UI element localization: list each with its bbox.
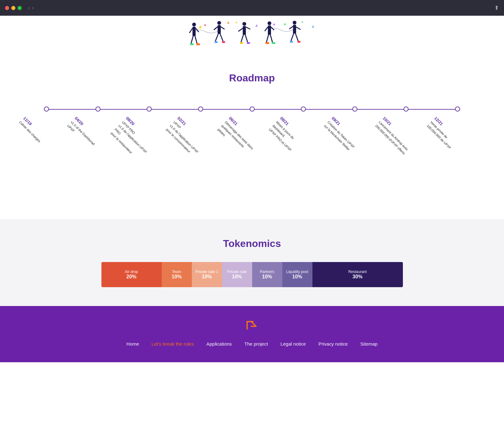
svg-line-11 [221, 27, 225, 29]
tokenomics-section: Tokenomics Air drop 20% Team 10% Private… [0, 219, 504, 306]
segment-pct: 20% [126, 274, 136, 280]
segment-pct: 10% [262, 274, 272, 280]
node-dot [455, 107, 460, 112]
segment-pct: 10% [171, 274, 182, 280]
node-label: 11/19 Cahier des charges [18, 115, 55, 152]
svg-marker-44 [312, 25, 314, 28]
svg-point-32 [293, 21, 296, 25]
node-desc: UPXP PRO v1.0 de l'application UPXP PRO … [110, 120, 148, 154]
close-button[interactable] [5, 6, 9, 10]
maximize-button[interactable] [18, 6, 22, 10]
svg-line-10 [214, 27, 218, 30]
forward-button[interactable]: › [32, 5, 34, 11]
footer: HomeLet's break the rulesApplicationsThe… [0, 306, 504, 362]
svg-line-29 [270, 35, 273, 43]
share-button[interactable]: ⬆ [494, 4, 499, 11]
browser-chrome: ‹ › ⬆ [0, 0, 504, 16]
segment-name: Private sale [227, 270, 247, 274]
token-bar: Air drop 20% Team 10% Private sale 1 10%… [101, 262, 403, 287]
node-dot [44, 107, 49, 112]
token-segment: Private sale 10% [222, 262, 252, 287]
svg-line-13 [220, 34, 223, 42]
svg-rect-9 [218, 25, 221, 34]
timeline-node: 08/21 Mises à jours du dashboard, UPXP P… [301, 100, 306, 112]
footer-nav-link[interactable]: Home [127, 341, 139, 347]
node-label: 10/21 Lancement du Airdrop avec 200.000.… [374, 115, 415, 156]
timeline-node: 10/21 Lancement du Airdrop avec 200.000.… [404, 100, 409, 112]
timeline-node: 12/21 Vente privée de 100.000.000 de UPX… [455, 100, 460, 112]
svg-line-12 [215, 34, 218, 42]
token-segment: Private sale 1 10% [192, 262, 222, 287]
node-date: 10/21 [382, 115, 415, 149]
svg-line-2 [189, 28, 192, 33]
timeline: 11/19 Cahier des charges 04/20 v1.0 of t… [25, 100, 479, 200]
hero-illustration [0, 16, 504, 60]
svg-rect-14 [214, 41, 218, 43]
svg-rect-38 [290, 41, 293, 43]
footer-nav-link[interactable]: Privacy notice [318, 341, 348, 347]
node-date: 12/21 [433, 115, 466, 149]
roadmap-section: Roadmap 11/19 Cahier des charges 04/20 v… [0, 60, 504, 219]
footer-navigation: HomeLet's break the rulesApplicationsThe… [127, 341, 378, 347]
svg-rect-23 [247, 42, 250, 44]
svg-marker-40 [199, 25, 202, 28]
node-date: 11/19 [22, 115, 55, 149]
node-dot [95, 107, 100, 112]
segment-name: Partners [260, 270, 274, 274]
segment-pct: 10% [292, 274, 302, 280]
node-label: 09/21 Création du Token UPXP sur la bloc… [322, 115, 363, 156]
footer-nav-link[interactable]: Let's break the rules [152, 341, 194, 347]
svg-line-26 [265, 27, 268, 31]
svg-marker-43 [284, 23, 286, 25]
svg-rect-33 [293, 25, 296, 34]
svg-point-48 [301, 21, 303, 23]
segment-name: Team [172, 270, 181, 274]
segment-pct: 30% [352, 274, 362, 280]
svg-line-19 [246, 27, 250, 29]
back-button[interactable]: ‹ [28, 5, 30, 11]
svg-line-28 [266, 35, 268, 43]
segment-name: Restaurant [348, 270, 367, 274]
timeline-node: 08/20 UPXP PRO v1.0 de l'application UPX… [147, 100, 152, 112]
svg-rect-15 [222, 41, 225, 43]
node-dot [147, 107, 152, 112]
footer-nav-link[interactable]: Legal notice [280, 341, 306, 347]
segment-pct: 10% [232, 274, 242, 280]
token-segment: Restaurant 30% [312, 262, 403, 287]
minimize-button[interactable] [11, 6, 15, 10]
dancer-svg [174, 19, 331, 57]
svg-line-35 [296, 27, 301, 30]
token-segment: Air drop 20% [101, 262, 162, 287]
footer-logo [245, 319, 260, 332]
node-label: 08/21 Mises à jours du dashboard, UPXP P… [268, 115, 312, 160]
svg-rect-39 [297, 41, 301, 43]
token-segment: Liquidity pool 10% [282, 262, 312, 287]
page-content: Roadmap 11/19 Cahier des charges 04/20 v… [0, 16, 504, 362]
timeline-node: 09/21 Création du Token UPXP sur la bloc… [352, 100, 357, 112]
node-label: 02/21 UPXP v1.0 de l'application UPXP po… [165, 115, 209, 160]
svg-marker-42 [255, 24, 258, 27]
svg-point-46 [236, 22, 237, 24]
timeline-node: 11/19 Cahier des charges [44, 100, 49, 112]
segment-name: Liquidity pool [286, 270, 308, 274]
footer-nav-link[interactable]: The project [244, 341, 268, 347]
svg-point-8 [217, 21, 221, 25]
svg-line-5 [195, 36, 197, 44]
timeline-node: 02/21 UPXP v1.0 de l'application UPXP po… [198, 100, 203, 112]
timeline-node: 04/20 v1.0 of the Dashborad UPXP [95, 100, 100, 112]
node-label: 12/21 Vente privée de 100.000.000 de UPX… [425, 115, 466, 156]
svg-rect-7 [196, 43, 200, 45]
node-dot [198, 107, 203, 112]
timeline-nodes: 11/19 Cahier des charges 04/20 v1.0 of t… [25, 100, 479, 112]
node-label: 08/20 UPXP PRO v1.0 de l'application UPX… [110, 115, 158, 163]
node-dot [404, 107, 409, 112]
token-segment: Partners 10% [252, 262, 282, 287]
footer-nav-link[interactable]: Sitemap [360, 341, 377, 347]
svg-rect-17 [243, 26, 246, 35]
roadmap-title: Roadmap [25, 72, 479, 84]
svg-line-4 [191, 36, 193, 44]
segment-pct: 10% [202, 274, 212, 280]
token-segment: Team 10% [162, 262, 192, 287]
footer-nav-link[interactable]: Applications [206, 341, 232, 347]
node-label: 06/21 Démarrage des tests dans quelques … [216, 115, 260, 160]
